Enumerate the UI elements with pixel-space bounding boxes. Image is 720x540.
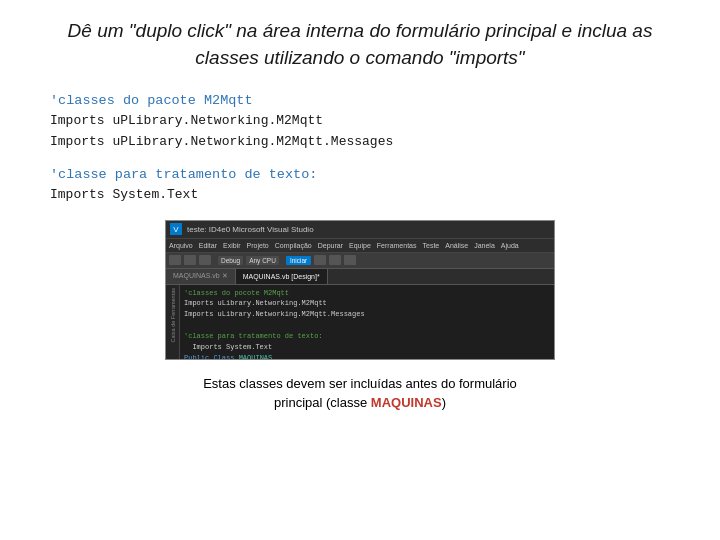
toolbar-btn-4[interactable]: [314, 255, 326, 265]
code-line-6: Imports System.Text: [184, 342, 550, 353]
main-container: Dê um "duplo click" na área interna do f…: [0, 0, 720, 540]
toolbar-debug-label[interactable]: Debug: [218, 256, 243, 265]
vs-toolbar: Debug Any CPU Iniciar: [166, 253, 554, 269]
section-1-line-1: Imports uPLibrary.Networking.M2Mqtt: [50, 111, 680, 132]
vs-sidebar-panel: Caixa de Ferramentas: [166, 285, 180, 360]
section-2-title: 'classe para tratamento de texto:: [50, 167, 680, 182]
vs-tabs: MAQUINAS.vb ✕ MAQUINAS.vb [Design]*: [166, 269, 554, 285]
toolbar-btn-1[interactable]: [169, 255, 181, 265]
toolbar-btn-6[interactable]: [344, 255, 356, 265]
toolbar-btn-3[interactable]: [199, 255, 211, 265]
toolbar-start-btn[interactable]: Iniciar: [286, 256, 311, 265]
section-1-line-2: Imports uPLibrary.Networking.M2Mqtt.Mess…: [50, 132, 680, 153]
tab-maquinas-vb[interactable]: MAQUINAS.vb ✕: [166, 269, 236, 284]
bottom-note-line2-highlight: MAQUINAS: [371, 395, 442, 410]
code-line-4: [184, 320, 550, 331]
vs-screenshot: V teste: ID4e0 Microsoft Visual Studio A…: [165, 220, 555, 360]
bottom-note-line2-plain: principal (classe: [274, 395, 371, 410]
section-2: 'classe para tratamento de texto: Import…: [50, 167, 680, 206]
bottom-note-line1: Estas classes devem ser incluídas antes …: [203, 376, 517, 391]
sidebar-label: Caixa de Ferramentas: [170, 288, 176, 342]
vs-menubar: Arquivo Editar Exibir Projeto Compilação…: [166, 239, 554, 253]
toolbar-btn-2[interactable]: [184, 255, 196, 265]
section-1: 'classes do pacote M2Mqtt Imports uPLibr…: [50, 93, 680, 153]
menu-janela[interactable]: Janela: [474, 242, 495, 249]
toolbar-btn-5[interactable]: [329, 255, 341, 265]
tab-maquinas-design[interactable]: MAQUINAS.vb [Design]*: [236, 269, 328, 284]
code-line-7: Public Class MAQUINAS: [184, 353, 550, 360]
menu-projeto[interactable]: Projeto: [247, 242, 269, 249]
code-line-5: 'classe para tratamento de texto:: [184, 331, 550, 342]
vs-code-editor[interactable]: 'classes do pocote M2Mqtt Imports uLibra…: [180, 285, 554, 360]
menu-equipe[interactable]: Equipe: [349, 242, 371, 249]
bottom-note-line2-end: ): [442, 395, 446, 410]
menu-analise[interactable]: Análise: [445, 242, 468, 249]
menu-depurar[interactable]: Depurar: [318, 242, 343, 249]
vs-titlebar: V teste: ID4e0 Microsoft Visual Studio: [166, 221, 554, 239]
bottom-note: Estas classes devem ser incluídas antes …: [40, 374, 680, 413]
toolbar-cpu-label[interactable]: Any CPU: [246, 256, 279, 265]
vs-title: teste: ID4e0 Microsoft Visual Studio: [187, 225, 314, 234]
menu-compilacao[interactable]: Compilação: [275, 242, 312, 249]
code-line-3: Imports uLibrary.Networking.M2Mqtt.Messa…: [184, 309, 550, 320]
menu-exibir[interactable]: Exibir: [223, 242, 241, 249]
menu-teste[interactable]: Teste: [422, 242, 439, 249]
vs-editor-container: Caixa de Ferramentas 'classes do pocote …: [166, 285, 554, 360]
menu-arquivo[interactable]: Arquivo: [169, 242, 193, 249]
menu-ferramentas[interactable]: Ferramentas: [377, 242, 417, 249]
menu-editar[interactable]: Editar: [199, 242, 217, 249]
code-line-1: 'classes do pocote M2Mqtt: [184, 288, 550, 299]
menu-ajuda[interactable]: Ajuda: [501, 242, 519, 249]
section-2-line-1: Imports System.Text: [50, 185, 680, 206]
page-title: Dê um "duplo click" na área interna do f…: [40, 18, 680, 71]
vs-icon: V: [170, 223, 182, 235]
section-1-title: 'classes do pacote M2Mqtt: [50, 93, 680, 108]
code-line-2: Imports uLibrary.Networking.M2Mqtt: [184, 298, 550, 309]
